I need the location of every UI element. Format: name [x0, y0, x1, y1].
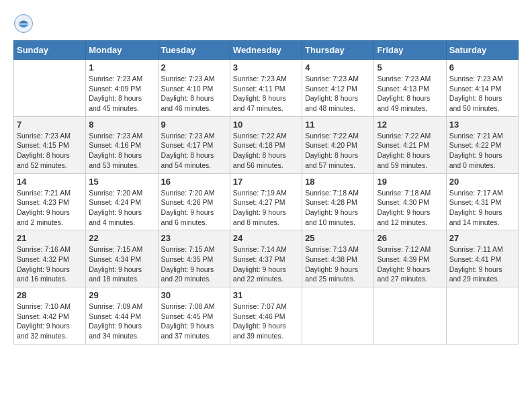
day-number: 15	[89, 177, 154, 187]
day-number: 23	[161, 233, 227, 243]
calendar-cell: 18 Sunrise: 7:18 AM Sunset: 4:28 PM Dayl…	[302, 173, 374, 230]
calendar-cell: 24 Sunrise: 7:14 AM Sunset: 4:37 PM Dayl…	[230, 230, 302, 287]
calendar-cell: 7 Sunrise: 7:23 AM Sunset: 4:15 PM Dayli…	[14, 116, 86, 173]
calendar-cell: 30 Sunrise: 7:08 AM Sunset: 4:45 PM Dayl…	[158, 287, 230, 345]
calendar-week-row: 28 Sunrise: 7:10 AM Sunset: 4:42 PM Dayl…	[14, 287, 519, 345]
calendar-cell: 31 Sunrise: 7:07 AM Sunset: 4:46 PM Dayl…	[230, 287, 302, 345]
daylight-text: Daylight: 8 hours and 50 minutes.	[449, 94, 502, 112]
sunset-text: Sunset: 4:12 PM	[305, 85, 357, 93]
daylight-text: Daylight: 9 hours and 32 minutes.	[17, 322, 70, 340]
sunrise-text: Sunrise: 7:23 AM	[161, 132, 215, 140]
page-header	[13, 13, 519, 34]
sunset-text: Sunset: 4:44 PM	[89, 312, 141, 320]
sunrise-text: Sunrise: 7:23 AM	[161, 75, 215, 83]
daylight-text: Daylight: 9 hours and 29 minutes.	[449, 265, 502, 283]
sunrise-text: Sunrise: 7:16 AM	[17, 245, 71, 253]
calendar-cell: 15 Sunrise: 7:20 AM Sunset: 4:24 PM Dayl…	[86, 173, 158, 230]
sunrise-text: Sunrise: 7:14 AM	[233, 245, 287, 253]
sunset-text: Sunset: 4:32 PM	[17, 255, 69, 263]
sunset-text: Sunset: 4:15 PM	[17, 141, 69, 149]
daylight-text: Daylight: 8 hours and 47 minutes.	[233, 94, 286, 112]
daylight-text: Daylight: 9 hours and 12 minutes.	[377, 208, 430, 226]
day-info: Sunrise: 7:23 AM Sunset: 4:13 PM Dayligh…	[377, 74, 443, 113]
day-number: 11	[305, 120, 371, 130]
weekday-header-friday: Friday	[374, 41, 446, 60]
sunrise-text: Sunrise: 7:23 AM	[17, 132, 71, 140]
day-info: Sunrise: 7:13 AM Sunset: 4:38 PM Dayligh…	[305, 244, 371, 284]
weekday-header-monday: Monday	[86, 41, 158, 60]
sunrise-text: Sunrise: 7:08 AM	[161, 302, 215, 310]
daylight-text: Daylight: 8 hours and 52 minutes.	[17, 151, 70, 169]
day-info: Sunrise: 7:07 AM Sunset: 4:46 PM Dayligh…	[233, 302, 299, 341]
day-info: Sunrise: 7:20 AM Sunset: 4:24 PM Dayligh…	[89, 188, 154, 228]
sunrise-text: Sunrise: 7:10 AM	[17, 302, 71, 310]
calendar-week-row: 1 Sunrise: 7:23 AM Sunset: 4:09 PM Dayli…	[14, 60, 519, 117]
sunset-text: Sunset: 4:38 PM	[305, 255, 357, 263]
calendar-week-row: 7 Sunrise: 7:23 AM Sunset: 4:15 PM Dayli…	[14, 116, 519, 173]
sunset-text: Sunset: 4:26 PM	[161, 198, 214, 206]
sunset-text: Sunset: 4:10 PM	[161, 85, 214, 93]
sunset-text: Sunset: 4:39 PM	[377, 255, 429, 263]
calendar-cell: 28 Sunrise: 7:10 AM Sunset: 4:42 PM Dayl…	[14, 287, 86, 345]
calendar-cell: 2 Sunrise: 7:23 AM Sunset: 4:10 PM Dayli…	[158, 60, 230, 117]
daylight-text: Daylight: 9 hours and 8 minutes.	[233, 208, 286, 226]
daylight-text: Daylight: 9 hours and 16 minutes.	[17, 265, 70, 283]
sunset-text: Sunset: 4:11 PM	[233, 85, 285, 93]
sunset-text: Sunset: 4:09 PM	[89, 85, 141, 93]
daylight-text: Daylight: 9 hours and 4 minutes.	[89, 208, 142, 226]
sunrise-text: Sunrise: 7:21 AM	[17, 189, 71, 197]
day-number: 3	[233, 62, 299, 73]
day-info: Sunrise: 7:23 AM Sunset: 4:14 PM Dayligh…	[449, 74, 515, 113]
day-info: Sunrise: 7:23 AM Sunset: 4:10 PM Dayligh…	[161, 74, 227, 113]
daylight-text: Daylight: 8 hours and 54 minutes.	[161, 151, 214, 169]
day-number: 19	[377, 177, 443, 187]
daylight-text: Daylight: 8 hours and 56 minutes.	[233, 151, 286, 169]
sunset-text: Sunset: 4:20 PM	[305, 141, 357, 149]
day-info: Sunrise: 7:23 AM Sunset: 4:12 PM Dayligh…	[305, 74, 371, 113]
calendar-cell: 20 Sunrise: 7:17 AM Sunset: 4:31 PM Dayl…	[446, 173, 518, 230]
calendar-cell: 1 Sunrise: 7:23 AM Sunset: 4:09 PM Dayli…	[86, 60, 158, 117]
daylight-text: Daylight: 8 hours and 57 minutes.	[305, 151, 358, 169]
calendar-cell: 8 Sunrise: 7:23 AM Sunset: 4:16 PM Dayli…	[86, 116, 158, 173]
calendar-cell	[14, 60, 86, 117]
sunset-text: Sunset: 4:16 PM	[89, 141, 141, 149]
sunrise-text: Sunrise: 7:12 AM	[377, 245, 431, 253]
daylight-text: Daylight: 9 hours and 6 minutes.	[161, 208, 214, 226]
daylight-text: Daylight: 9 hours and 0 minutes.	[449, 151, 502, 169]
day-number: 1	[89, 62, 154, 73]
day-number: 25	[305, 233, 371, 243]
sunrise-text: Sunrise: 7:21 AM	[449, 132, 503, 140]
daylight-text: Daylight: 9 hours and 27 minutes.	[377, 265, 430, 283]
day-info: Sunrise: 7:19 AM Sunset: 4:27 PM Dayligh…	[233, 188, 299, 228]
day-info: Sunrise: 7:23 AM Sunset: 4:09 PM Dayligh…	[89, 74, 154, 113]
day-number: 9	[161, 120, 227, 130]
sunset-text: Sunset: 4:18 PM	[233, 141, 285, 149]
sunset-text: Sunset: 4:37 PM	[233, 255, 285, 263]
sunset-text: Sunset: 4:45 PM	[161, 312, 214, 320]
day-number: 21	[17, 233, 83, 243]
logo-icon	[13, 13, 34, 34]
day-info: Sunrise: 7:17 AM Sunset: 4:31 PM Dayligh…	[449, 188, 515, 228]
day-number: 4	[305, 62, 371, 73]
weekday-header-saturday: Saturday	[446, 41, 518, 60]
day-number: 14	[17, 177, 83, 187]
day-info: Sunrise: 7:15 AM Sunset: 4:35 PM Dayligh…	[161, 244, 227, 284]
day-info: Sunrise: 7:09 AM Sunset: 4:44 PM Dayligh…	[89, 302, 154, 341]
calendar-cell: 12 Sunrise: 7:22 AM Sunset: 4:21 PM Dayl…	[374, 116, 446, 173]
daylight-text: Daylight: 8 hours and 46 minutes.	[161, 94, 214, 112]
day-number: 22	[89, 233, 154, 243]
sunrise-text: Sunrise: 7:23 AM	[377, 75, 431, 83]
day-info: Sunrise: 7:15 AM Sunset: 4:34 PM Dayligh…	[89, 244, 154, 284]
sunrise-text: Sunrise: 7:13 AM	[305, 245, 359, 253]
day-number: 16	[161, 177, 227, 187]
daylight-text: Daylight: 9 hours and 39 minutes.	[233, 322, 286, 340]
day-number: 27	[449, 233, 515, 243]
calendar-cell: 6 Sunrise: 7:23 AM Sunset: 4:14 PM Dayli…	[446, 60, 518, 117]
daylight-text: Daylight: 9 hours and 20 minutes.	[161, 265, 214, 283]
sunrise-text: Sunrise: 7:17 AM	[449, 189, 503, 197]
sunset-text: Sunset: 4:28 PM	[305, 198, 357, 206]
sunset-text: Sunset: 4:46 PM	[233, 312, 285, 320]
sunrise-text: Sunrise: 7:15 AM	[89, 245, 142, 253]
day-number: 29	[89, 290, 154, 300]
sunrise-text: Sunrise: 7:23 AM	[305, 75, 359, 83]
